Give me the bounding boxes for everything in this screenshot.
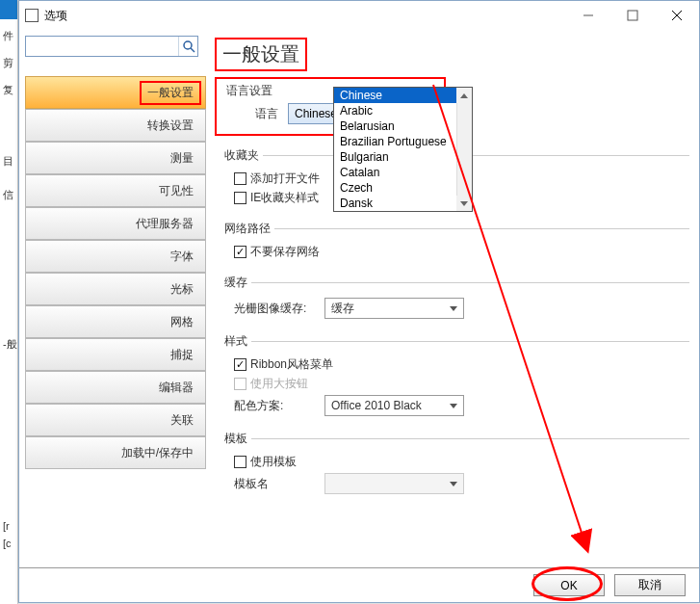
- heading-highlight: 一般设置: [215, 38, 307, 71]
- use-template-checkbox[interactable]: [234, 456, 246, 468]
- cache-select-value: 缓存: [331, 301, 354, 317]
- cancel-button[interactable]: 取消: [614, 574, 686, 596]
- search-box[interactable]: [25, 36, 198, 57]
- host-text: 复: [3, 83, 18, 97]
- dropdown-scrollbar[interactable]: [456, 88, 472, 211]
- dropdown-option[interactable]: Czech: [334, 180, 472, 196]
- search-input[interactable]: [26, 37, 178, 56]
- dropdown-option[interactable]: Chinese: [334, 88, 472, 103]
- sidebar-item-label: 关联: [170, 412, 194, 429]
- dialog-button-bar: OK 取消: [19, 567, 699, 602]
- truncated-host-window: 件 剪 复 目 信 -般 [r [c: [0, 0, 18, 604]
- group-legend: 样式: [220, 333, 251, 350]
- sidebar-item-label: 捕捉: [170, 347, 194, 363]
- sidebar-item-label: 编辑器: [159, 380, 194, 396]
- host-text: [c: [3, 538, 18, 549]
- sidebar-item-editor[interactable]: 编辑器: [25, 371, 206, 404]
- maximize-button[interactable]: [610, 1, 655, 30]
- window-title: 选项: [44, 8, 67, 24]
- group-legend: 收藏夹: [220, 147, 263, 164]
- cache-select[interactable]: 缓存: [324, 298, 464, 319]
- window-icon: [25, 9, 39, 22]
- sidebar-item-measure[interactable]: 测量: [25, 142, 206, 174]
- ie-fav-style-checkbox[interactable]: [234, 192, 246, 204]
- sidebar-item-label: 光标: [170, 281, 194, 298]
- dropdown-option[interactable]: Arabic: [334, 103, 472, 118]
- template-name-label: 模板名: [234, 476, 321, 492]
- sidebar-item-visibility[interactable]: 可见性: [25, 174, 206, 207]
- checkbox-label: Ribbon风格菜单: [250, 356, 333, 373]
- color-scheme-select[interactable]: Office 2010 Black: [324, 395, 464, 416]
- group-legend: 网络路径: [220, 221, 274, 237]
- big-buttons-checkbox: [234, 378, 246, 390]
- language-label: 语言: [224, 106, 282, 122]
- ok-button[interactable]: OK: [533, 574, 605, 596]
- template-group: 模板 使用模板 模板名: [220, 431, 689, 497]
- checkbox-label: 不要保存网络: [250, 244, 320, 260]
- svg-rect-1: [628, 11, 637, 20]
- group-legend: 模板: [220, 431, 251, 447]
- no-save-network-checkbox[interactable]: [234, 246, 246, 258]
- sidebar-item-label: 加载中/保存中: [121, 445, 194, 461]
- host-text: 件: [3, 29, 18, 43]
- template-name-select: [324, 473, 464, 494]
- host-text: 信: [3, 188, 18, 202]
- scroll-up-icon[interactable]: [456, 88, 472, 103]
- dropdown-option[interactable]: Dansk: [334, 196, 472, 211]
- sidebar-nav: 一般设置 转换设置 测量 可见性 代理服务器 字体 光标 网格 捕捉 编辑器 关…: [25, 76, 207, 469]
- host-titlebar-fragment: [0, 0, 18, 19]
- network-group: 网络路径 不要保存网络: [220, 221, 689, 263]
- color-scheme-value: Office 2010 Black: [331, 399, 422, 412]
- sidebar-item-label: 可见性: [159, 183, 194, 199]
- cache-group: 缓存 光栅图像缓存: 缓存: [220, 275, 689, 322]
- language-dropdown[interactable]: Chinese Arabic Belarusian Brazilian Port…: [333, 87, 473, 212]
- sidebar-item-assoc[interactable]: 关联: [25, 404, 206, 436]
- group-legend: 语言设置: [224, 83, 274, 99]
- scroll-down-icon[interactable]: [456, 196, 472, 211]
- sidebar: 一般设置 转换设置 测量 可见性 代理服务器 字体 光标 网格 捕捉 编辑器 关…: [19, 30, 207, 602]
- titlebar[interactable]: 选项: [19, 1, 699, 30]
- svg-point-4: [184, 41, 192, 49]
- sidebar-item-label: 转换设置: [147, 118, 194, 134]
- host-text: -般: [3, 337, 18, 352]
- sidebar-item-general[interactable]: 一般设置: [25, 76, 206, 109]
- host-text: 剪: [3, 56, 18, 70]
- sidebar-item-cursor[interactable]: 光标: [25, 273, 206, 305]
- checkbox-label: 添加打开文件: [250, 171, 320, 187]
- sidebar-item-convert[interactable]: 转换设置: [25, 109, 206, 142]
- page-heading: 一般设置: [222, 43, 299, 65]
- host-text: [r: [3, 520, 18, 532]
- sidebar-item-label: 代理服务器: [136, 216, 194, 232]
- color-scheme-label: 配色方案:: [234, 398, 321, 414]
- sidebar-item-load-save[interactable]: 加载中/保存中: [25, 436, 206, 469]
- sidebar-item-snap[interactable]: 捕捉: [25, 338, 206, 371]
- style-group: 样式 Ribbon风格菜单 使用大按钮 配色方案: Office 2010 Bl…: [220, 333, 689, 419]
- checkbox-label: 使用模板: [250, 454, 297, 470]
- dropdown-option[interactable]: Bulgarian: [334, 149, 472, 165]
- host-text: 目: [3, 154, 18, 169]
- checkbox-label: IE收藏夹样式: [250, 190, 319, 206]
- dropdown-option[interactable]: Belarusian: [334, 118, 472, 134]
- dropdown-option[interactable]: Brazilian Portuguese: [334, 134, 472, 149]
- ribbon-checkbox[interactable]: [234, 358, 246, 371]
- ok-button-label: OK: [560, 579, 577, 592]
- add-open-file-checkbox[interactable]: [234, 172, 246, 185]
- options-dialog: 选项 一般设置 转换设置 测量 可见性 代理服务器 字体 光标 网格: [18, 0, 700, 603]
- cancel-button-label: 取消: [638, 577, 661, 593]
- cache-label: 光栅图像缓存:: [234, 301, 321, 317]
- sidebar-item-proxy[interactable]: 代理服务器: [25, 207, 206, 240]
- close-button[interactable]: [655, 1, 699, 30]
- group-legend: 缓存: [220, 275, 251, 291]
- search-icon[interactable]: [178, 37, 197, 56]
- sidebar-item-label: 一般设置: [140, 81, 201, 105]
- sidebar-item-grid[interactable]: 网格: [25, 305, 206, 338]
- sidebar-item-label: 网格: [170, 314, 194, 330]
- checkbox-label: 使用大按钮: [250, 376, 308, 392]
- language-select-value: Chinese: [295, 107, 337, 120]
- svg-line-5: [191, 48, 194, 52]
- sidebar-item-label: 字体: [170, 249, 194, 265]
- dropdown-option[interactable]: Catalan: [334, 165, 472, 180]
- sidebar-item-label: 测量: [170, 150, 194, 167]
- sidebar-item-font[interactable]: 字体: [25, 240, 206, 273]
- minimize-button[interactable]: [566, 1, 610, 30]
